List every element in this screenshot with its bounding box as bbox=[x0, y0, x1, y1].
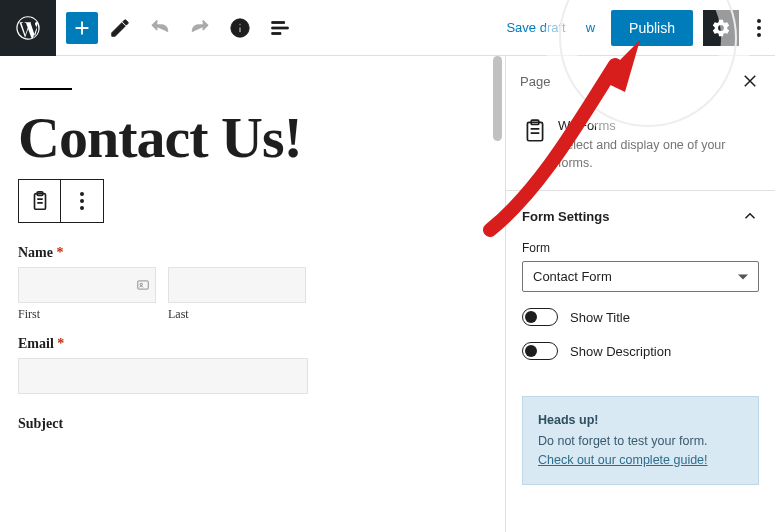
notice-guide-link[interactable]: Check out our complete guide! bbox=[538, 453, 708, 467]
plus-icon bbox=[71, 17, 93, 39]
dots-vertical-icon bbox=[757, 19, 761, 37]
email-field-label: Email * bbox=[18, 336, 493, 352]
heads-up-notice: Heads up! Do not forget to test your for… bbox=[522, 396, 759, 484]
last-sublabel: Last bbox=[168, 307, 306, 322]
edit-mode-button[interactable] bbox=[102, 10, 138, 46]
contact-card-icon bbox=[136, 278, 150, 292]
tab-page[interactable]: Page bbox=[520, 68, 550, 104]
info-button[interactable] bbox=[222, 10, 258, 46]
wpforms-title: WPForms bbox=[558, 118, 759, 133]
gear-icon bbox=[711, 18, 731, 38]
svg-point-3 bbox=[140, 283, 142, 285]
info-icon bbox=[229, 17, 251, 39]
editor-scrollbar[interactable] bbox=[493, 56, 502, 141]
notice-heading: Heads up! bbox=[538, 411, 743, 430]
block-more-button[interactable] bbox=[61, 180, 103, 222]
show-title-label: Show Title bbox=[570, 310, 630, 325]
more-options-button[interactable] bbox=[743, 0, 775, 56]
close-sidebar-button[interactable] bbox=[735, 66, 765, 96]
show-description-label: Show Description bbox=[570, 344, 671, 359]
show-title-toggle[interactable] bbox=[522, 308, 558, 326]
settings-button[interactable] bbox=[703, 10, 739, 46]
last-name-input[interactable] bbox=[168, 267, 306, 303]
notice-body: Do not forget to test your form. bbox=[538, 434, 708, 448]
form-select-value: Contact Form bbox=[533, 269, 612, 284]
form-settings-header[interactable]: Form Settings bbox=[506, 191, 775, 241]
wordpress-logo[interactable] bbox=[0, 0, 56, 56]
outline-icon bbox=[269, 17, 291, 39]
subject-field-label: Subject bbox=[18, 416, 493, 432]
dots-vertical-icon bbox=[80, 192, 84, 210]
svg-rect-2 bbox=[138, 281, 149, 289]
separator-block[interactable] bbox=[20, 88, 72, 90]
save-draft-button[interactable]: Save draft bbox=[496, 12, 575, 43]
page-title[interactable]: Contact Us! bbox=[18, 104, 493, 171]
form-select[interactable]: Contact Form bbox=[522, 261, 759, 292]
block-type-button[interactable] bbox=[19, 180, 61, 222]
form-settings-title: Form Settings bbox=[522, 209, 609, 224]
wpforms-icon bbox=[522, 118, 548, 144]
redo-icon bbox=[189, 17, 211, 39]
first-sublabel: First bbox=[18, 307, 156, 322]
undo-button[interactable] bbox=[142, 10, 178, 46]
publish-button[interactable]: Publish bbox=[611, 10, 693, 46]
close-icon bbox=[741, 72, 759, 90]
chevron-up-icon bbox=[741, 207, 759, 225]
block-toolbar bbox=[18, 179, 104, 223]
clipboard-icon bbox=[29, 190, 51, 212]
wordpress-icon bbox=[14, 14, 42, 42]
email-input[interactable] bbox=[18, 358, 308, 394]
undo-icon bbox=[149, 17, 171, 39]
redo-button[interactable] bbox=[182, 10, 218, 46]
preview-button[interactable]: w bbox=[576, 12, 605, 43]
add-block-button[interactable] bbox=[66, 12, 98, 44]
first-name-input[interactable] bbox=[18, 267, 156, 303]
outline-button[interactable] bbox=[262, 10, 298, 46]
form-select-label: Form bbox=[522, 241, 759, 255]
name-field-label: Name * bbox=[18, 245, 493, 261]
wpforms-description: Select and display one of your forms. bbox=[558, 136, 759, 172]
pencil-icon bbox=[109, 17, 131, 39]
show-description-toggle[interactable] bbox=[522, 342, 558, 360]
